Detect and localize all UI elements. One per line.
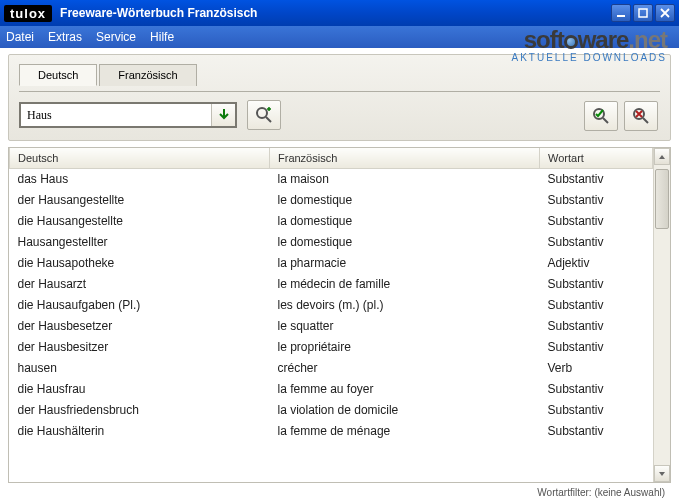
search-input[interactable] — [21, 104, 211, 126]
table-cell: la pharmacie — [270, 253, 540, 274]
table-cell: les devoirs (m.) (pl.) — [270, 295, 540, 316]
table-cell: Substantiv — [540, 211, 653, 232]
table-row[interactable]: der Hausbesitzerle propriétaireSubstanti… — [10, 337, 653, 358]
table-row[interactable]: die Hausaufgaben (Pl.)les devoirs (m.) (… — [10, 295, 653, 316]
table-cell: Substantiv — [540, 337, 653, 358]
table-cell: Substantiv — [540, 379, 653, 400]
table-cell: crécher — [270, 358, 540, 379]
table-cell: die Hausfrau — [10, 379, 270, 400]
table-cell: Substantiv — [540, 295, 653, 316]
table-cell: le domestique — [270, 232, 540, 253]
table-cell: le propriétaire — [270, 337, 540, 358]
table-cell: la violation de domicile — [270, 400, 540, 421]
app-logo: tulox — [4, 5, 52, 22]
table-cell: Verb — [540, 358, 653, 379]
table-cell: das Haus — [10, 169, 270, 190]
column-header-deutsch[interactable]: Deutsch — [10, 148, 270, 169]
tab-deutsch[interactable]: Deutsch — [19, 64, 97, 86]
table-cell: der Hausbesitzer — [10, 337, 270, 358]
minimize-button[interactable] — [611, 4, 631, 22]
table-row[interactable]: der Hausfriedensbruchla violation de dom… — [10, 400, 653, 421]
tab-franzoesisch[interactable]: Französisch — [99, 64, 196, 86]
table-row[interactable]: die Hausangestelltela domestiqueSubstant… — [10, 211, 653, 232]
language-tabs: Deutsch Französisch — [19, 63, 660, 85]
lookup-button[interactable] — [247, 100, 281, 130]
titlebar: tulox Freeware-Wörterbuch Französisch — [0, 0, 679, 26]
table-cell: la maison — [270, 169, 540, 190]
maximize-button[interactable] — [633, 4, 653, 22]
status-bar-filter: Wortartfilter: (keine Auswahl) — [537, 487, 665, 498]
table-cell: Hausangestellter — [10, 232, 270, 253]
table-cell: le domestique — [270, 190, 540, 211]
table-cell: Substantiv — [540, 169, 653, 190]
column-header-franzoesisch[interactable]: Französisch — [270, 148, 540, 169]
svg-rect-0 — [617, 15, 625, 17]
menu-extras[interactable]: Extras — [48, 30, 82, 44]
window-controls — [611, 4, 675, 22]
menu-hilfe[interactable]: Hilfe — [150, 30, 174, 44]
menubar: Datei Extras Service Hilfe — [0, 26, 679, 48]
table-row[interactable]: die Haushälterinla femme de ménageSubsta… — [10, 421, 653, 442]
svg-point-2 — [257, 108, 267, 118]
column-header-wortart[interactable]: Wortart — [540, 148, 653, 169]
table-cell: hausen — [10, 358, 270, 379]
table-cell: Substantiv — [540, 316, 653, 337]
table-cell: Substantiv — [540, 190, 653, 211]
results-table-wrap: Deutsch Französisch Wortart das Hausla m… — [8, 147, 671, 483]
search-row — [19, 100, 660, 130]
table-cell: le squatter — [270, 316, 540, 337]
dropdown-button[interactable] — [211, 104, 235, 126]
close-button[interactable] — [655, 4, 675, 22]
table-cell: Substantiv — [540, 274, 653, 295]
cancel-search-button[interactable] — [624, 101, 658, 131]
menu-datei[interactable]: Datei — [6, 30, 34, 44]
vertical-scrollbar[interactable] — [653, 148, 670, 482]
menu-service[interactable]: Service — [96, 30, 136, 44]
table-cell: Substantiv — [540, 232, 653, 253]
table-cell: la femme au foyer — [270, 379, 540, 400]
table-cell: la femme de ménage — [270, 421, 540, 442]
scroll-up-button[interactable] — [654, 148, 670, 165]
scroll-down-button[interactable] — [654, 465, 670, 482]
table-row[interactable]: die Hausfraula femme au foyerSubstantiv — [10, 379, 653, 400]
table-cell: die Hausaufgaben (Pl.) — [10, 295, 270, 316]
search-combobox — [19, 102, 237, 128]
table-cell: die Haushälterin — [10, 421, 270, 442]
scroll-thumb[interactable] — [655, 169, 669, 229]
results-table: Deutsch Französisch Wortart das Hausla m… — [9, 148, 653, 442]
table-cell: Substantiv — [540, 421, 653, 442]
table-cell: die Hausangestellte — [10, 211, 270, 232]
table-row[interactable]: die Hausapothekela pharmacieAdjektiv — [10, 253, 653, 274]
table-cell: Adjektiv — [540, 253, 653, 274]
table-cell: der Hausangestellte — [10, 190, 270, 211]
table-row[interactable]: der Hausarztle médecin de familleSubstan… — [10, 274, 653, 295]
table-cell: Substantiv — [540, 400, 653, 421]
svg-rect-1 — [639, 9, 647, 17]
table-row[interactable]: der Hausbesetzerle squatterSubstantiv — [10, 316, 653, 337]
confirm-search-button[interactable] — [584, 101, 618, 131]
table-row[interactable]: der Hausangestelltele domestiqueSubstant… — [10, 190, 653, 211]
table-row[interactable]: hausencrécherVerb — [10, 358, 653, 379]
table-row[interactable]: Hausangestellterle domestiqueSubstantiv — [10, 232, 653, 253]
scroll-track[interactable] — [654, 165, 670, 465]
table-cell: la domestique — [270, 211, 540, 232]
table-cell: der Hausbesetzer — [10, 316, 270, 337]
table-cell: der Hausarzt — [10, 274, 270, 295]
table-row[interactable]: das Hausla maisonSubstantiv — [10, 169, 653, 190]
table-cell: der Hausfriedensbruch — [10, 400, 270, 421]
table-cell: die Hausapotheke — [10, 253, 270, 274]
window-title: Freeware-Wörterbuch Französisch — [60, 6, 611, 20]
toolbar-panel: Deutsch Französisch — [8, 54, 671, 141]
table-cell: le médecin de famille — [270, 274, 540, 295]
toolbar-right-buttons — [584, 101, 658, 131]
